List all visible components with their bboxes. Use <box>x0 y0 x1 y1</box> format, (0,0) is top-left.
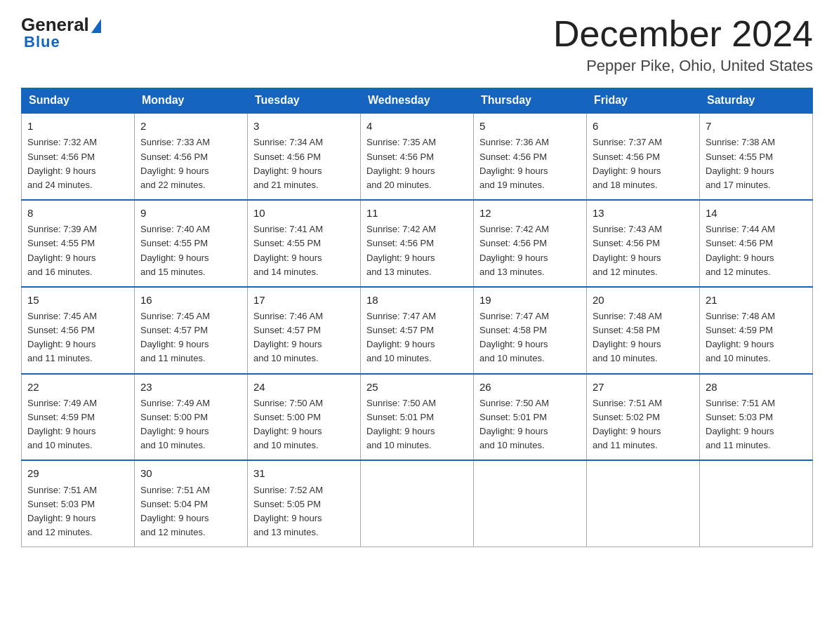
day-number: 17 <box>253 292 355 308</box>
day-info: Sunrise: 7:47 AMSunset: 4:57 PMDaylight:… <box>366 311 436 363</box>
calendar-cell: 22 Sunrise: 7:49 AMSunset: 4:59 PMDaylig… <box>22 374 135 461</box>
calendar-cell <box>587 460 700 546</box>
day-number: 25 <box>366 379 468 395</box>
day-info: Sunrise: 7:36 AMSunset: 4:56 PMDaylight:… <box>479 137 549 189</box>
day-number: 28 <box>706 379 807 395</box>
day-info: Sunrise: 7:45 AMSunset: 4:56 PMDaylight:… <box>27 311 97 363</box>
col-header-sunday: Sunday <box>22 88 135 114</box>
day-number: 10 <box>253 205 355 221</box>
day-info: Sunrise: 7:45 AMSunset: 4:57 PMDaylight:… <box>140 311 210 363</box>
day-info: Sunrise: 7:39 AMSunset: 4:55 PMDaylight:… <box>27 224 97 276</box>
calendar-cell: 23 Sunrise: 7:49 AMSunset: 5:00 PMDaylig… <box>135 374 248 461</box>
col-header-wednesday: Wednesday <box>361 88 474 114</box>
calendar-week-row: 15 Sunrise: 7:45 AMSunset: 4:56 PMDaylig… <box>22 287 813 374</box>
page-header: General Blue December 2024 Pepper Pike, … <box>21 14 813 75</box>
calendar-table: SundayMondayTuesdayWednesdayThursdayFrid… <box>21 88 813 547</box>
calendar-cell: 31 Sunrise: 7:52 AMSunset: 5:05 PMDaylig… <box>248 460 361 546</box>
calendar-cell: 12 Sunrise: 7:42 AMSunset: 4:56 PMDaylig… <box>474 200 587 287</box>
calendar-header-row: SundayMondayTuesdayWednesdayThursdayFrid… <box>22 88 813 114</box>
col-header-tuesday: Tuesday <box>248 88 361 114</box>
calendar-cell: 19 Sunrise: 7:47 AMSunset: 4:58 PMDaylig… <box>474 287 587 374</box>
day-info: Sunrise: 7:52 AMSunset: 5:05 PMDaylight:… <box>253 485 323 537</box>
day-info: Sunrise: 7:43 AMSunset: 4:56 PMDaylight:… <box>593 224 662 276</box>
day-info: Sunrise: 7:37 AMSunset: 4:56 PMDaylight:… <box>593 137 662 189</box>
calendar-cell: 1 Sunrise: 7:32 AMSunset: 4:56 PMDayligh… <box>22 113 135 200</box>
calendar-cell: 4 Sunrise: 7:35 AMSunset: 4:56 PMDayligh… <box>361 113 474 200</box>
calendar-cell: 2 Sunrise: 7:33 AMSunset: 4:56 PMDayligh… <box>135 113 248 200</box>
day-info: Sunrise: 7:51 AMSunset: 5:02 PMDaylight:… <box>593 398 662 450</box>
calendar-cell: 11 Sunrise: 7:42 AMSunset: 4:56 PMDaylig… <box>361 200 474 287</box>
calendar-cell: 3 Sunrise: 7:34 AMSunset: 4:56 PMDayligh… <box>248 113 361 200</box>
calendar-cell: 14 Sunrise: 7:44 AMSunset: 4:56 PMDaylig… <box>700 200 813 287</box>
calendar-cell: 25 Sunrise: 7:50 AMSunset: 5:01 PMDaylig… <box>361 374 474 461</box>
day-number: 27 <box>593 379 694 395</box>
col-header-monday: Monday <box>135 88 248 114</box>
day-info: Sunrise: 7:50 AMSunset: 5:01 PMDaylight:… <box>479 398 549 450</box>
calendar-week-row: 29 Sunrise: 7:51 AMSunset: 5:03 PMDaylig… <box>22 460 813 546</box>
day-number: 4 <box>366 118 468 134</box>
day-info: Sunrise: 7:44 AMSunset: 4:56 PMDaylight:… <box>706 224 775 276</box>
calendar-week-row: 1 Sunrise: 7:32 AMSunset: 4:56 PMDayligh… <box>22 113 813 200</box>
day-number: 22 <box>27 379 128 395</box>
day-number: 19 <box>479 292 581 308</box>
day-number: 14 <box>706 205 807 221</box>
day-number: 11 <box>366 205 468 221</box>
logo-triangle-icon <box>91 19 101 33</box>
day-info: Sunrise: 7:47 AMSunset: 4:58 PMDaylight:… <box>479 311 549 363</box>
calendar-cell: 15 Sunrise: 7:45 AMSunset: 4:56 PMDaylig… <box>22 287 135 374</box>
calendar-cell: 21 Sunrise: 7:48 AMSunset: 4:59 PMDaylig… <box>700 287 813 374</box>
calendar-cell: 20 Sunrise: 7:48 AMSunset: 4:58 PMDaylig… <box>587 287 700 374</box>
day-number: 30 <box>140 465 241 481</box>
calendar-cell: 29 Sunrise: 7:51 AMSunset: 5:03 PMDaylig… <box>22 460 135 546</box>
day-info: Sunrise: 7:46 AMSunset: 4:57 PMDaylight:… <box>253 311 323 363</box>
day-number: 1 <box>27 118 128 134</box>
calendar-cell <box>361 460 474 546</box>
day-number: 12 <box>479 205 581 221</box>
calendar-cell: 17 Sunrise: 7:46 AMSunset: 4:57 PMDaylig… <box>248 287 361 374</box>
day-number: 21 <box>706 292 807 308</box>
day-info: Sunrise: 7:42 AMSunset: 4:56 PMDaylight:… <box>479 224 549 276</box>
month-title: December 2024 <box>553 14 813 54</box>
day-number: 9 <box>140 205 241 221</box>
calendar-cell: 7 Sunrise: 7:38 AMSunset: 4:55 PMDayligh… <box>700 113 813 200</box>
calendar-cell: 9 Sunrise: 7:40 AMSunset: 4:55 PMDayligh… <box>135 200 248 287</box>
calendar-cell <box>700 460 813 546</box>
col-header-thursday: Thursday <box>474 88 587 114</box>
calendar-cell: 28 Sunrise: 7:51 AMSunset: 5:03 PMDaylig… <box>700 374 813 461</box>
day-info: Sunrise: 7:51 AMSunset: 5:04 PMDaylight:… <box>140 485 210 537</box>
calendar-cell: 27 Sunrise: 7:51 AMSunset: 5:02 PMDaylig… <box>587 374 700 461</box>
col-header-friday: Friday <box>587 88 700 114</box>
day-info: Sunrise: 7:41 AMSunset: 4:55 PMDaylight:… <box>253 224 323 276</box>
day-info: Sunrise: 7:35 AMSunset: 4:56 PMDaylight:… <box>366 137 436 189</box>
day-info: Sunrise: 7:50 AMSunset: 5:00 PMDaylight:… <box>253 398 323 450</box>
day-info: Sunrise: 7:48 AMSunset: 4:59 PMDaylight:… <box>706 311 775 363</box>
day-number: 13 <box>593 205 694 221</box>
day-number: 7 <box>706 118 807 134</box>
calendar-week-row: 8 Sunrise: 7:39 AMSunset: 4:55 PMDayligh… <box>22 200 813 287</box>
calendar-cell: 5 Sunrise: 7:36 AMSunset: 4:56 PMDayligh… <box>474 113 587 200</box>
day-number: 23 <box>140 379 241 395</box>
day-info: Sunrise: 7:49 AMSunset: 5:00 PMDaylight:… <box>140 398 210 450</box>
calendar-cell: 10 Sunrise: 7:41 AMSunset: 4:55 PMDaylig… <box>248 200 361 287</box>
logo-blue-text: Blue <box>24 33 60 51</box>
day-info: Sunrise: 7:48 AMSunset: 4:58 PMDaylight:… <box>593 311 662 363</box>
calendar-cell: 13 Sunrise: 7:43 AMSunset: 4:56 PMDaylig… <box>587 200 700 287</box>
calendar-cell: 18 Sunrise: 7:47 AMSunset: 4:57 PMDaylig… <box>361 287 474 374</box>
col-header-saturday: Saturday <box>700 88 813 114</box>
day-number: 20 <box>593 292 694 308</box>
day-number: 24 <box>253 379 355 395</box>
day-info: Sunrise: 7:49 AMSunset: 4:59 PMDaylight:… <box>27 398 97 450</box>
day-info: Sunrise: 7:33 AMSunset: 4:56 PMDaylight:… <box>140 137 210 189</box>
day-number: 5 <box>479 118 581 134</box>
day-number: 15 <box>27 292 128 308</box>
day-number: 2 <box>140 118 241 134</box>
day-number: 18 <box>366 292 468 308</box>
day-info: Sunrise: 7:38 AMSunset: 4:55 PMDaylight:… <box>706 137 775 189</box>
calendar-week-row: 22 Sunrise: 7:49 AMSunset: 4:59 PMDaylig… <box>22 374 813 461</box>
day-number: 16 <box>140 292 241 308</box>
logo: General Blue <box>21 14 101 51</box>
day-number: 8 <box>27 205 128 221</box>
calendar-cell: 8 Sunrise: 7:39 AMSunset: 4:55 PMDayligh… <box>22 200 135 287</box>
day-info: Sunrise: 7:32 AMSunset: 4:56 PMDaylight:… <box>27 137 97 189</box>
calendar-cell: 6 Sunrise: 7:37 AMSunset: 4:56 PMDayligh… <box>587 113 700 200</box>
